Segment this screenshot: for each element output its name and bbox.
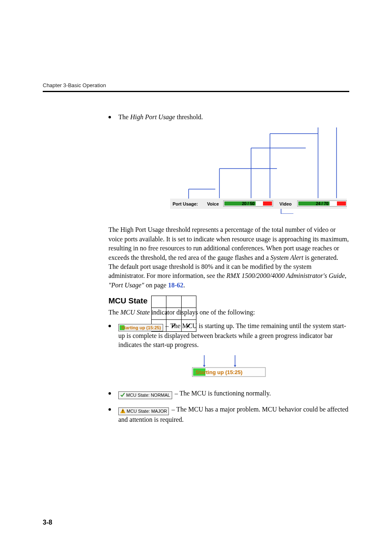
text: The bbox=[108, 309, 120, 316]
svg-rect-28 bbox=[122, 412, 123, 412]
high-port-usage-paragraph: The High Port Usage threshold represents… bbox=[108, 225, 349, 290]
text: on page bbox=[144, 282, 168, 289]
mcu-state-intro: The MCU State indicator displays one of … bbox=[108, 308, 349, 317]
term-port-usage: "Port Usage" bbox=[108, 282, 144, 289]
text: The bbox=[118, 113, 130, 120]
bullet-icon bbox=[108, 325, 111, 327]
running-header: Chapter 3-Basic Operation bbox=[43, 82, 349, 88]
video-value: 24 / 70 bbox=[316, 201, 329, 206]
svg-rect-27 bbox=[122, 410, 123, 412]
page-number: 3-8 bbox=[43, 519, 52, 526]
list-item-text: MCU State: NORMAL – The MCU is functioni… bbox=[118, 389, 271, 399]
checkmark-icon bbox=[120, 393, 125, 398]
text: , bbox=[345, 272, 346, 279]
bullet-icon bbox=[108, 116, 111, 118]
checkmark-icon bbox=[181, 320, 196, 332]
mcu-state-item-normal: MCU State: NORMAL – The MCU is functioni… bbox=[108, 389, 349, 399]
status-badge-normal: MCU State: NORMAL bbox=[118, 391, 172, 399]
header-rule bbox=[43, 91, 349, 92]
list-item-text: MCU State: MAJOR – The MCU has a major p… bbox=[118, 405, 349, 424]
text: threshold. bbox=[175, 113, 203, 120]
checkmark-icon bbox=[166, 320, 181, 332]
term-admin-guide: RMX 1500/2000/4000 Administrator's Guide bbox=[226, 272, 345, 279]
text: – The MCU is functioning normally. bbox=[173, 390, 271, 397]
starting-up-text: Starting up (15:25) bbox=[196, 369, 242, 375]
video-label: Video bbox=[279, 201, 292, 206]
term-system-alert: System Alert bbox=[270, 254, 303, 261]
status-badge-major: MCU State: MAJOR bbox=[118, 407, 169, 415]
bullet-icon bbox=[108, 408, 111, 411]
voice-value: 20 / 50 bbox=[242, 201, 255, 206]
port-usage-svg: Port Usage: Voice 20 / 50 Video 24 / 70 bbox=[170, 127, 347, 214]
status-badge-starting: Starting up (15:25) bbox=[118, 324, 163, 331]
badge-text: MCU State: NORMAL bbox=[126, 393, 170, 398]
xref-link[interactable]: 18-62 bbox=[168, 282, 183, 289]
mcu-state-item-starting: Starting up (15:25) – The MCU is startin… bbox=[108, 321, 349, 350]
bullet-icon bbox=[108, 392, 111, 395]
intro-bullet: The High Port Usage threshold. bbox=[108, 113, 349, 122]
warning-icon bbox=[120, 409, 125, 414]
intro-bullet-text: The High Port Usage threshold. bbox=[118, 113, 203, 122]
starting-up-figure: Starting up (15:25) bbox=[108, 355, 349, 382]
badge-text: MCU State: MAJOR bbox=[127, 409, 167, 414]
starting-up-svg: Starting up (15:25) bbox=[190, 355, 268, 380]
term-high-port-usage: High Port Usage bbox=[130, 113, 175, 120]
term-mcu-state: MCU State bbox=[120, 309, 150, 316]
port-usage-figure: Port Usage: Voice 20 / 50 Video 24 / 70 bbox=[108, 127, 349, 215]
heading-mcu-state: MCU State bbox=[108, 296, 349, 305]
text: . bbox=[183, 282, 185, 289]
voice-label: Voice bbox=[207, 201, 219, 206]
port-usage-label: Port Usage: bbox=[173, 201, 198, 206]
svg-rect-18 bbox=[337, 201, 346, 206]
list-item-text: Starting up (15:25) – The MCU is startin… bbox=[118, 321, 349, 350]
svg-rect-15 bbox=[263, 201, 272, 206]
mcu-state-item-major: MCU State: MAJOR – The MCU has a major p… bbox=[108, 405, 349, 424]
